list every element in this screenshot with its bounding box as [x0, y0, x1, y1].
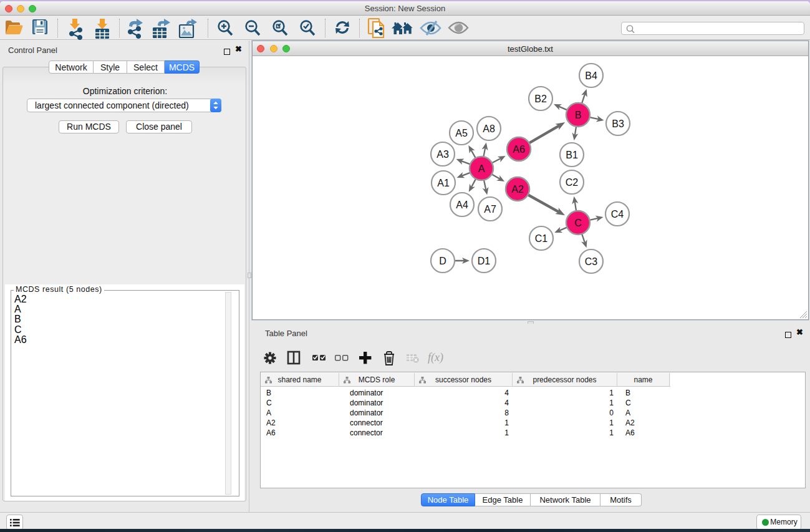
svg-text:B4: B4 [585, 70, 597, 81]
svg-text:D1: D1 [478, 256, 491, 266]
svg-text:A5: A5 [455, 128, 468, 138]
svg-text:A8: A8 [483, 123, 495, 134]
svg-text:A: A [478, 163, 485, 174]
svg-text:D: D [439, 256, 446, 266]
svg-text:f(x): f(x) [428, 351, 443, 364]
svg-text:A4: A4 [456, 200, 468, 210]
svg-text:B2: B2 [534, 94, 547, 104]
svg-text:B1: B1 [566, 150, 578, 160]
svg-text:A1: A1 [437, 178, 450, 188]
svg-text:B3: B3 [612, 118, 624, 129]
svg-text:C2: C2 [566, 177, 579, 188]
svg-text:A3: A3 [436, 149, 449, 160]
svg-text:C: C [574, 218, 582, 228]
svg-text:B: B [575, 110, 582, 120]
svg-text:A2: A2 [511, 184, 524, 195]
svg-text:C1: C1 [535, 233, 548, 244]
svg-text:C3: C3 [585, 256, 598, 267]
svg-text:A7: A7 [484, 204, 496, 215]
svg-text:C4: C4 [611, 209, 624, 220]
svg-text:A6: A6 [513, 144, 525, 155]
